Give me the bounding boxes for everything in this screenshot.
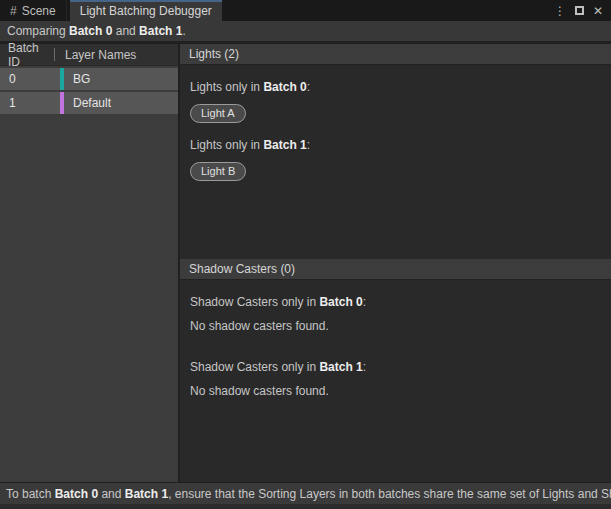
column-header-batch-id: Batch ID xyxy=(0,41,52,69)
label-prefix: Shadow Casters only in xyxy=(190,295,319,309)
label-batch: Batch 1 xyxy=(319,360,362,374)
tab-bar: # Scene Light Batching Debugger ⋮ ✕ xyxy=(0,0,611,21)
tab-scene-label: Scene xyxy=(22,4,56,18)
layer-name-cell: BG xyxy=(64,68,90,90)
main-area: Batch ID Layer Names 0 BG 1 Default Ligh… xyxy=(0,42,611,482)
batch-table-header: Batch ID Layer Names xyxy=(0,44,178,66)
layer-name-cell: Default xyxy=(64,92,111,114)
batch-row-1[interactable]: 1 Default xyxy=(0,92,178,114)
lights-section-title: Lights (2) xyxy=(189,47,239,61)
shadow-casters-section-header: Shadow Casters (0) xyxy=(180,259,611,280)
tab-light-batching-debugger[interactable]: Light Batching Debugger xyxy=(70,0,222,21)
hint-suffix: , ensure that the Sorting Layers in both… xyxy=(168,487,611,501)
grid-icon: # xyxy=(10,4,17,18)
comparison-summary: Comparing Batch 0 and Batch 1. xyxy=(0,21,611,42)
label-prefix: Lights only in xyxy=(190,80,263,94)
comparison-middle: and xyxy=(112,24,139,38)
label-suffix: : xyxy=(307,80,310,94)
label-prefix: Lights only in xyxy=(190,138,263,152)
label-suffix: : xyxy=(363,360,366,374)
shadow-casters-batch-1-label: Shadow Casters only in Batch 1: xyxy=(190,360,601,374)
hint-batch-1: Batch 1 xyxy=(125,487,168,501)
shadow-casters-section-body: Shadow Casters only in Batch 0: No shado… xyxy=(180,280,611,425)
hint-prefix: To batch xyxy=(6,487,55,501)
batch-id-cell: 0 xyxy=(0,68,60,90)
hint-batch-0: Batch 0 xyxy=(55,487,98,501)
hint-middle: and xyxy=(98,487,125,501)
close-icon[interactable]: ✕ xyxy=(593,5,603,17)
tab-bar-spacer xyxy=(222,0,554,21)
label-batch: Batch 1 xyxy=(263,138,306,152)
active-tab-accent xyxy=(70,0,222,2)
tab-light-batching-debugger-label: Light Batching Debugger xyxy=(80,4,212,18)
tab-scene[interactable]: # Scene xyxy=(0,0,67,21)
window-controls: ⋮ ✕ xyxy=(554,0,611,21)
light-pill-light-a[interactable]: Light A xyxy=(190,104,246,123)
batch-list-panel: Batch ID Layer Names 0 BG 1 Default xyxy=(0,44,180,482)
lights-batch-0-label: Lights only in Batch 0: xyxy=(190,80,601,94)
label-prefix: Shadow Casters only in xyxy=(190,360,319,374)
lights-section: Lights (2) Lights only in Batch 0: Light… xyxy=(180,44,611,256)
shadow-casters-section-title: Shadow Casters (0) xyxy=(189,262,295,276)
label-batch: Batch 0 xyxy=(319,295,362,309)
comparison-batch-1: Batch 1 xyxy=(139,24,182,38)
no-shadow-casters-message: No shadow casters found. xyxy=(190,319,601,333)
kebab-menu-icon[interactable]: ⋮ xyxy=(554,5,566,17)
comparison-batch-0: Batch 0 xyxy=(69,24,112,38)
light-pill-light-b[interactable]: Light B xyxy=(190,162,246,181)
comparison-detail-panel: Lights (2) Lights only in Batch 0: Light… xyxy=(180,44,611,482)
comparison-suffix: . xyxy=(182,24,185,38)
label-suffix: : xyxy=(363,295,366,309)
batch-id-cell: 1 xyxy=(0,92,60,114)
label-suffix: : xyxy=(307,138,310,152)
comparison-prefix: Comparing xyxy=(7,24,69,38)
lights-section-header: Lights (2) xyxy=(180,44,611,65)
lights-batch-1-label: Lights only in Batch 1: xyxy=(190,138,601,152)
label-batch: Batch 0 xyxy=(263,80,306,94)
lights-section-body: Lights only in Batch 0: Light A Lights o… xyxy=(180,65,611,196)
light-batching-debugger-window: # Scene Light Batching Debugger ⋮ ✕ Comp… xyxy=(0,0,611,509)
shadow-casters-batch-0-label: Shadow Casters only in Batch 0: xyxy=(190,295,601,309)
maximize-icon[interactable] xyxy=(575,6,584,15)
batching-hint-bar: To batch Batch 0 and Batch 1, ensure tha… xyxy=(0,482,611,504)
shadow-casters-section: Shadow Casters (0) Shadow Casters only i… xyxy=(180,259,611,482)
no-shadow-casters-message: No shadow casters found. xyxy=(190,384,601,398)
batch-row-0[interactable]: 0 BG xyxy=(0,68,178,90)
window-bottom-edge xyxy=(0,504,611,509)
column-header-layer-names: Layer Names xyxy=(55,48,136,62)
